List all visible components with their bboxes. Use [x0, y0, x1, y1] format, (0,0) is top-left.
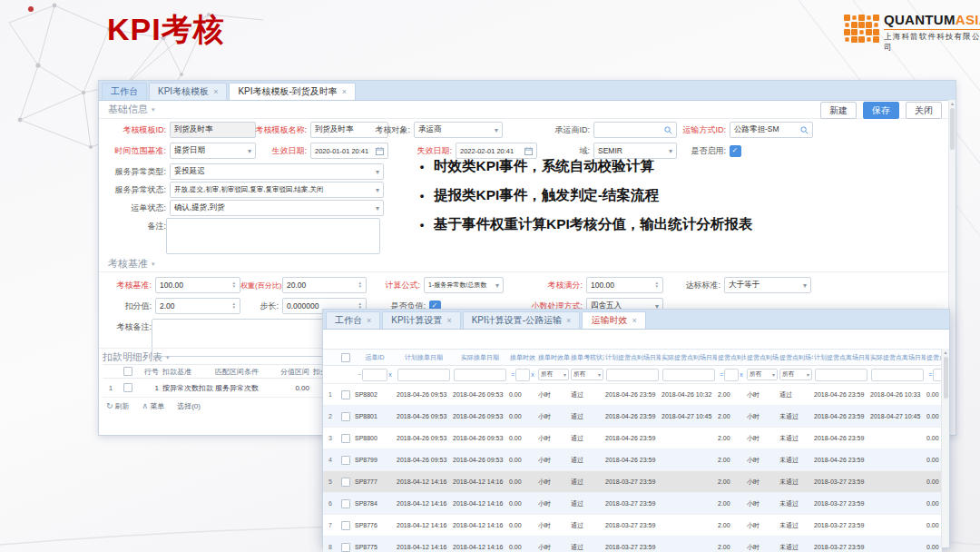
row-checkbox[interactable]	[123, 383, 132, 392]
table-cell	[338, 478, 354, 487]
search-icon[interactable]	[799, 126, 808, 134]
transport-row[interactable]: 2SP88012018-04-26 09:532018-04-26 09:530…	[323, 406, 942, 428]
clear-filter-icon[interactable]: x	[531, 371, 534, 378]
transport-row[interactable]: 5SP87772018-04-12 14:162018-04-12 14:160…	[323, 471, 942, 493]
filter-input[interactable]	[815, 369, 867, 381]
spinner-arrows-icon[interactable]: ▲▼	[230, 302, 236, 310]
row-checkbox[interactable]	[341, 521, 350, 530]
template-id-input[interactable]	[170, 122, 256, 138]
deduct-value-spinner[interactable]: 2.00▲▼	[155, 298, 240, 314]
row-checkbox[interactable]	[341, 456, 350, 465]
table-cell: 2018-04-26 23:59	[813, 435, 869, 441]
transport-mode-value[interactable]	[734, 125, 799, 134]
tab-close-icon[interactable]: ×	[632, 316, 636, 325]
carrier-id-value[interactable]	[598, 125, 662, 134]
table-cell	[338, 499, 354, 508]
transport-row[interactable]: 4SP87992018-04-26 09:532018-04-26 09:530…	[323, 449, 942, 471]
table-cell: 通过	[570, 456, 604, 465]
table-cell: 0.00	[508, 457, 537, 463]
scrollbar-thumb[interactable]	[944, 357, 948, 399]
row-checkbox[interactable]	[341, 412, 350, 421]
filter-input[interactable]	[724, 369, 739, 381]
exception-status-select[interactable]: 开放,提交,初审,初审驳回,复审,复审驳回,结案,关闭▾	[170, 182, 384, 198]
filter-select[interactable]: 所有▾	[779, 369, 812, 380]
row-checkbox[interactable]	[341, 543, 350, 552]
tab-运输时效[interactable]: 运输时效×	[582, 311, 645, 329]
tab-KPI考核模板-到货及时率[interactable]: KPI考核模板-到货及时率×	[229, 83, 356, 100]
collapse-icon[interactable]: ▾	[152, 106, 155, 113]
new-button[interactable]: 新建	[820, 102, 857, 119]
transport-row[interactable]: 8SP87752018-04-12 14:162018-04-12 14:160…	[323, 537, 942, 552]
filter-input[interactable]	[871, 369, 924, 381]
selection-count: 选择(0)	[177, 401, 201, 411]
table-cell: 通过	[570, 543, 604, 552]
select-all-checkbox[interactable]	[341, 353, 350, 362]
row-checkbox[interactable]	[341, 434, 350, 443]
spinner-arrows-icon[interactable]: ▲▼	[357, 281, 362, 290]
assess-target-select[interactable]: 承运商▾	[414, 122, 503, 138]
filter-select[interactable]: 所有▾	[571, 369, 603, 380]
spinner-arrows-icon[interactable]: ▲▼	[653, 281, 659, 290]
spinner-arrows-icon[interactable]: ▲▼	[230, 281, 236, 290]
tab-KPI计算设置-公路运输[interactable]: KPI计算设置-公路运输×	[463, 311, 581, 329]
tab-工作台[interactable]: 工作台×	[326, 311, 380, 329]
calendar-icon[interactable]	[374, 147, 384, 155]
close-button[interactable]: 关闭	[906, 102, 942, 119]
transport-row[interactable]: 7SP87762018-04-12 14:162018-04-12 14:160…	[323, 515, 942, 537]
collapse-icon[interactable]: ▾	[166, 354, 170, 361]
template-id-value[interactable]	[174, 125, 251, 134]
filter-input[interactable]	[606, 369, 659, 381]
row-checkbox[interactable]	[341, 390, 350, 399]
weight-spinner[interactable]: 20.00▲▼	[282, 277, 367, 293]
time-basis-select[interactable]: 提货日期▾	[170, 143, 256, 159]
scrollbar-thumb[interactable]	[950, 108, 955, 150]
refresh-button[interactable]: ↻刷新	[106, 401, 130, 411]
tab-KPI计算设置[interactable]: KPI计算设置×	[382, 311, 460, 329]
tab-KPI考核模板[interactable]: KPI考核模板×	[149, 83, 227, 100]
clear-filter-icon[interactable]: x	[740, 371, 743, 378]
collapse-icon[interactable]: ▾	[152, 261, 155, 268]
row-checkbox[interactable]	[341, 478, 350, 487]
bullet-line: •提报类KPI事件，触发判定-结案流程	[410, 181, 752, 210]
exception-type-select[interactable]: 妥投延迟▾	[170, 163, 384, 180]
menu-button[interactable]: ∧菜单	[142, 401, 165, 411]
benchmark-base-spinner[interactable]: 100.00▲▼	[155, 277, 240, 293]
filter-input[interactable]	[662, 369, 715, 381]
tab-close-icon[interactable]: ×	[213, 87, 218, 96]
filter-cell: ~x	[354, 369, 396, 381]
tab-close-icon[interactable]: ×	[566, 316, 571, 325]
transport-mode-search-input[interactable]	[730, 122, 813, 138]
table-cell	[119, 383, 137, 392]
field-transport-mode-id: 运输方式ID:	[671, 122, 813, 138]
table-cell: 2018-04-26 09:53	[396, 391, 452, 398]
row-checkbox[interactable]	[341, 499, 350, 508]
filter-select[interactable]: 所有▾	[538, 369, 569, 380]
transport-row[interactable]: 6SP87842018-04-12 14:162018-04-12 14:160…	[323, 493, 942, 515]
select-all-checkbox[interactable]	[123, 367, 132, 376]
tab-close-icon[interactable]: ×	[342, 87, 347, 96]
table-cell: 通过	[779, 390, 813, 399]
scroll-up-icon[interactable]: ▲	[949, 100, 956, 107]
transport-row[interactable]: 1SP88022018-04-26 09:532018-04-26 09:530…	[323, 384, 942, 406]
carrier-id-search-input[interactable]	[593, 122, 677, 138]
filter-input[interactable]	[397, 369, 450, 381]
scroll-up-icon[interactable]: ▲	[942, 349, 949, 356]
filter-input[interactable]	[515, 369, 530, 381]
effective-date-input[interactable]: 2020-01-01 20:41	[310, 143, 388, 159]
transport-row[interactable]: 3SP88002018-04-26 09:532018-04-26 09:530…	[323, 428, 942, 449]
remark-textarea[interactable]	[166, 218, 380, 254]
chevron-down-icon: ▾	[374, 204, 379, 212]
save-button[interactable]: 保存	[863, 102, 899, 119]
tab-close-icon[interactable]: ×	[446, 316, 451, 325]
standard-select[interactable]: 大于等于▾	[724, 277, 811, 293]
tab-close-icon[interactable]: ×	[367, 316, 371, 325]
waybill-status-select[interactable]: 确认,提货,到货▾	[170, 200, 384, 216]
filter-select[interactable]: 所有▾	[747, 369, 778, 380]
tab-工作台[interactable]: 工作台	[102, 83, 147, 100]
clear-filter-icon[interactable]: x	[388, 371, 392, 378]
formula-select[interactable]: 1-服务异常数/总票数▾	[424, 277, 504, 293]
full-score-spinner[interactable]: 100.00▲▼	[586, 277, 663, 293]
filter-input[interactable]	[454, 369, 506, 381]
filter-input[interactable]	[362, 369, 387, 381]
window2-scrollbar[interactable]: ▲	[941, 349, 949, 547]
